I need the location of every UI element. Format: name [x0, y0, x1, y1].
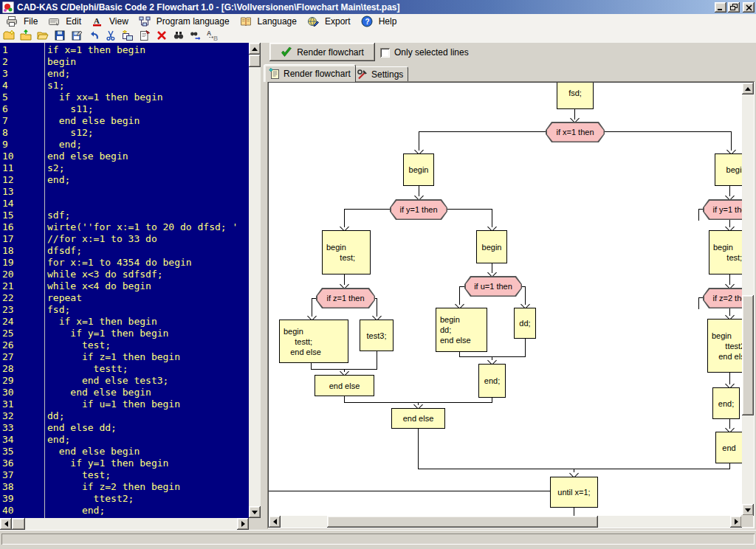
menu-item-label: View	[106, 16, 131, 27]
save-button[interactable]	[52, 29, 68, 42]
line-number: 7	[2, 115, 8, 127]
editor-scroll-left-button[interactable]	[0, 518, 12, 530]
code-line: 23fsd;	[0, 304, 249, 316]
line-number: 21	[2, 280, 14, 292]
menu-item-export[interactable]: Export	[301, 14, 355, 28]
cut-button[interactable]	[103, 29, 119, 42]
code-line: 15sdf;	[0, 210, 249, 221]
connector-line	[574, 508, 574, 516]
flowchart-vscroll-thumb[interactable]	[742, 295, 754, 415]
line-text: end;	[47, 68, 70, 80]
menu-item-edit[interactable]: Edit	[42, 14, 86, 28]
flowchart-vscrollbar[interactable]	[742, 83, 754, 516]
properties-button[interactable]	[137, 29, 153, 42]
code-line: 1if x=1 then begin	[0, 44, 249, 56]
connector-line	[269, 491, 551, 491]
printer-icon	[6, 15, 18, 27]
arrow-head	[570, 114, 580, 123]
flowchart-node-if-z-1: if z=1 then	[316, 288, 375, 308]
line-number: 14	[2, 198, 14, 210]
code-editor[interactable]: 1if x=1 then begin2begin3end;4s1;5 if xx…	[0, 43, 249, 518]
code-line: 10end else begin	[0, 151, 249, 162]
code-line: 26 test;	[0, 339, 249, 351]
line-number: 12	[2, 174, 14, 186]
flowchart-node-begin-test-right: begin test;	[709, 230, 742, 274]
line-text: dd;	[47, 410, 64, 422]
menu-item-help[interactable]: ?Help	[355, 14, 402, 28]
undo-button[interactable]	[86, 29, 102, 42]
editor-scroll-right-button[interactable]	[237, 518, 249, 530]
find-next-button[interactable]	[188, 29, 204, 42]
line-text: fsd;	[47, 304, 70, 316]
code-line: 7 end else begin	[0, 115, 249, 127]
code-line: 5 if xx=1 then begin	[0, 92, 249, 103]
menu-item-language[interactable]: Language	[234, 14, 301, 28]
flowchart-scroll-left-button[interactable]	[269, 516, 281, 528]
connector-line	[698, 209, 699, 221]
flowchart-scroll-up-button[interactable]	[742, 83, 754, 94]
flowchart-panel: fsd;if x=1 thenbeginbeginif y=1 thenbegi…	[267, 81, 755, 528]
editor-scroll-down-button[interactable]	[249, 506, 261, 518]
line-text: for x:=1 to 4354 do begin	[47, 257, 192, 269]
menu-item-view[interactable]: AView	[86, 14, 133, 28]
tab-render-flowchart[interactable]: Render flowchart	[264, 64, 356, 82]
flowchart-doc-icon	[269, 68, 281, 80]
flowchart-scroll-down-button[interactable]	[742, 504, 754, 516]
line-text: s12;	[47, 127, 94, 139]
line-number: 24	[2, 316, 14, 328]
flowchart-node-if-x-1: if x=1 then	[546, 122, 605, 142]
editor-hscrollbar[interactable]	[0, 518, 249, 530]
line-text: if x=1 then begin	[47, 316, 157, 328]
editor-scroll-up-button[interactable]	[249, 43, 261, 55]
flowchart-scroll-right-button[interactable]	[730, 516, 742, 528]
flowchart-node-if-z-2: if z=2 then	[703, 288, 742, 308]
cut-icon	[105, 30, 117, 41]
editor-vscrollbar[interactable]	[249, 43, 261, 518]
menu-item-program-language[interactable]: Program language	[133, 14, 234, 28]
line-number: 9	[2, 139, 8, 151]
replace-ab-button[interactable]: AB	[205, 29, 221, 42]
open-folder-icon	[37, 30, 49, 41]
status-bar-panel	[1, 534, 755, 545]
code-line: 35 end else begin	[0, 446, 249, 458]
flowchart-node-end-right-2: end	[715, 432, 742, 463]
new-window-button[interactable]	[120, 29, 136, 42]
line-text: s11;	[47, 103, 94, 115]
connector-line	[605, 131, 731, 132]
line-text: end else begin	[47, 446, 140, 458]
flowchart-node-label: if y=1 then	[704, 201, 743, 219]
line-number: 37	[2, 469, 14, 481]
minimize-button[interactable]	[715, 2, 726, 13]
code-line: 2begin	[0, 56, 249, 68]
flowchart-hscrollbar[interactable]	[269, 516, 742, 528]
line-text: end else test3;	[47, 375, 168, 387]
line-number: 6	[2, 103, 8, 115]
menu-item-file[interactable]: File	[0, 14, 42, 28]
tab-settings[interactable]: Settings	[351, 66, 408, 81]
flowchart-hscroll-thumb[interactable]	[327, 516, 598, 528]
app-icon[interactable]	[2, 1, 14, 13]
restore-button[interactable]	[728, 2, 740, 13]
open-import-button[interactable]	[18, 29, 34, 42]
code-line: 32dd;	[0, 410, 249, 422]
only-selected-lines-checkbox[interactable]	[380, 48, 390, 58]
connector-line	[698, 297, 699, 309]
line-number: 23	[2, 304, 14, 316]
open-folder-button[interactable]	[35, 29, 51, 42]
new-file-button[interactable]	[1, 29, 17, 42]
editor-hscroll-thumb[interactable]	[12, 518, 25, 530]
render-flowchart-button[interactable]: Render flowchart	[269, 43, 375, 61]
toolbar: AB	[0, 28, 756, 43]
find-button[interactable]	[171, 29, 187, 42]
line-text: if z=2 then begin	[47, 481, 180, 493]
delete-button[interactable]	[154, 29, 170, 42]
save-as-button[interactable]	[69, 29, 85, 42]
line-number: 4	[2, 80, 8, 92]
code-line: 34end;	[0, 434, 249, 446]
connector-line	[459, 286, 464, 287]
editor-vscroll-thumb[interactable]	[249, 55, 261, 67]
flowchart-node-if-y-1-right: if y=1 then	[703, 199, 742, 220]
flowchart-node-begin-left: begin	[403, 153, 434, 186]
close-button[interactable]	[743, 2, 755, 13]
line-text: //for x:=1 to 33 do	[47, 233, 157, 245]
